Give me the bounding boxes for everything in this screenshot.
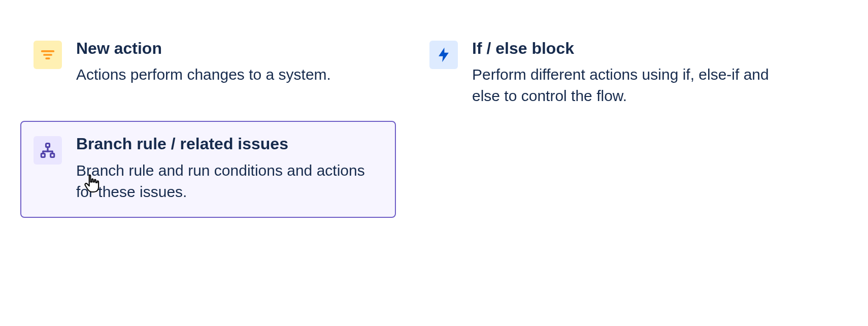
filter-icon — [34, 41, 62, 69]
card-title: If / else block — [472, 39, 777, 58]
card-new-action[interactable]: New action Actions perform changes to a … — [20, 25, 396, 101]
card-text: Branch rule / related issues Branch rule… — [76, 134, 381, 202]
card-text: If / else block Perform different action… — [472, 39, 777, 107]
card-if-else-block[interactable]: If / else block Perform different action… — [416, 25, 792, 122]
column-left: New action Actions perform changes to a … — [20, 25, 396, 218]
card-text: New action Actions perform changes to a … — [76, 39, 331, 85]
card-title: Branch rule / related issues — [76, 134, 381, 153]
card-title: New action — [76, 39, 331, 58]
component-picker-grid: New action Actions perform changes to a … — [0, 0, 868, 243]
card-branch-rule[interactable]: Branch rule / related issues Branch rule… — [20, 121, 396, 217]
lightning-icon — [429, 41, 458, 69]
column-right: If / else block Perform different action… — [416, 25, 792, 122]
branch-icon — [34, 136, 62, 165]
card-description: Actions perform changes to a system. — [76, 64, 331, 85]
card-description: Branch rule and run conditions and actio… — [76, 160, 381, 203]
card-description: Perform different actions using if, else… — [472, 64, 777, 107]
